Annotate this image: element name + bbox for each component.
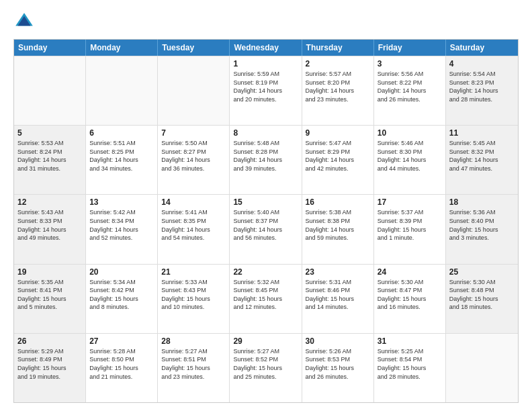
cell-info: Sunrise: 5:27 AM Sunset: 8:51 PM Dayligh…: [161, 347, 226, 381]
cell-info: Sunrise: 5:36 AM Sunset: 8:40 PM Dayligh…: [449, 208, 515, 242]
cell-info: Sunrise: 5:32 AM Sunset: 8:45 PM Dayligh…: [233, 278, 298, 312]
calendar-cell: 15Sunrise: 5:40 AM Sunset: 8:37 PM Dayli…: [230, 195, 302, 263]
day-number: 30: [306, 336, 370, 346]
cell-info: Sunrise: 5:30 AM Sunset: 8:47 PM Dayligh…: [378, 278, 442, 312]
day-number: 11: [449, 128, 515, 138]
header-day-sunday: Sunday: [14, 40, 86, 56]
header-day-saturday: Saturday: [446, 40, 518, 56]
cell-info: Sunrise: 5:43 AM Sunset: 8:33 PM Dayligh…: [17, 208, 82, 242]
calendar-cell: [86, 56, 158, 125]
calendar-row-3: 19Sunrise: 5:35 AM Sunset: 8:41 PM Dayli…: [14, 264, 518, 333]
cell-info: Sunrise: 5:54 AM Sunset: 8:23 PM Dayligh…: [449, 70, 515, 103]
day-number: 15: [233, 197, 298, 207]
day-number: 28: [161, 336, 226, 346]
calendar-cell: 8Sunrise: 5:48 AM Sunset: 8:28 PM Daylig…: [230, 126, 302, 194]
calendar-cell: 5Sunrise: 5:53 AM Sunset: 8:24 PM Daylig…: [14, 126, 86, 194]
header-day-monday: Monday: [86, 40, 158, 56]
calendar-cell: 16Sunrise: 5:38 AM Sunset: 8:38 PM Dayli…: [302, 195, 374, 263]
day-number: 7: [161, 128, 226, 138]
calendar-cell: 12Sunrise: 5:43 AM Sunset: 8:33 PM Dayli…: [14, 195, 86, 263]
day-number: 13: [89, 197, 154, 207]
cell-info: Sunrise: 5:31 AM Sunset: 8:46 PM Dayligh…: [306, 278, 370, 312]
day-number: 12: [17, 197, 82, 207]
calendar-cell: 20Sunrise: 5:34 AM Sunset: 8:42 PM Dayli…: [86, 265, 158, 333]
calendar-cell: 9Sunrise: 5:47 AM Sunset: 8:29 PM Daylig…: [302, 126, 374, 194]
logo-icon: [13, 11, 35, 32]
calendar-cell: 2Sunrise: 5:57 AM Sunset: 8:20 PM Daylig…: [302, 56, 374, 125]
calendar-cell: 29Sunrise: 5:27 AM Sunset: 8:52 PM Dayli…: [230, 334, 302, 402]
cell-info: Sunrise: 5:34 AM Sunset: 8:42 PM Dayligh…: [89, 278, 154, 312]
cell-info: Sunrise: 5:38 AM Sunset: 8:38 PM Dayligh…: [306, 208, 370, 242]
cell-info: Sunrise: 5:57 AM Sunset: 8:20 PM Dayligh…: [306, 70, 370, 103]
cell-info: Sunrise: 5:33 AM Sunset: 8:43 PM Dayligh…: [161, 278, 226, 312]
day-number: 1: [233, 59, 298, 68]
day-number: 19: [17, 267, 82, 277]
calendar-cell: 23Sunrise: 5:31 AM Sunset: 8:46 PM Dayli…: [302, 265, 374, 333]
day-number: 26: [17, 336, 82, 346]
cell-info: Sunrise: 5:28 AM Sunset: 8:50 PM Dayligh…: [89, 347, 154, 381]
cell-info: Sunrise: 5:35 AM Sunset: 8:41 PM Dayligh…: [17, 278, 82, 312]
calendar-row-2: 12Sunrise: 5:43 AM Sunset: 8:33 PM Dayli…: [14, 194, 518, 263]
day-number: 23: [306, 267, 370, 277]
calendar-cell: 22Sunrise: 5:32 AM Sunset: 8:45 PM Dayli…: [230, 265, 302, 333]
cell-info: Sunrise: 5:59 AM Sunset: 8:19 PM Dayligh…: [233, 70, 298, 103]
calendar-cell: 24Sunrise: 5:30 AM Sunset: 8:47 PM Dayli…: [374, 265, 446, 333]
header: [13, 11, 519, 32]
calendar-cell: [158, 56, 230, 125]
calendar-cell: 30Sunrise: 5:26 AM Sunset: 8:53 PM Dayli…: [302, 334, 374, 402]
day-number: 24: [378, 267, 442, 277]
calendar-cell: 17Sunrise: 5:37 AM Sunset: 8:39 PM Dayli…: [374, 195, 446, 263]
cell-info: Sunrise: 5:51 AM Sunset: 8:25 PM Dayligh…: [89, 139, 154, 173]
day-number: 31: [378, 336, 442, 346]
header-day-wednesday: Wednesday: [230, 40, 302, 56]
cell-info: Sunrise: 5:50 AM Sunset: 8:27 PM Dayligh…: [161, 139, 226, 173]
cell-info: Sunrise: 5:41 AM Sunset: 8:35 PM Dayligh…: [161, 208, 226, 242]
day-number: 16: [306, 197, 370, 207]
day-number: 8: [233, 128, 298, 138]
calendar-cell: 19Sunrise: 5:35 AM Sunset: 8:41 PM Dayli…: [14, 265, 86, 333]
cell-info: Sunrise: 5:48 AM Sunset: 8:28 PM Dayligh…: [233, 139, 298, 173]
cell-info: Sunrise: 5:40 AM Sunset: 8:37 PM Dayligh…: [233, 208, 298, 242]
calendar-row-0: 1Sunrise: 5:59 AM Sunset: 8:19 PM Daylig…: [14, 56, 518, 125]
day-number: 3: [378, 59, 442, 68]
header-day-tuesday: Tuesday: [158, 40, 230, 56]
day-number: 14: [161, 197, 226, 207]
calendar-cell: 7Sunrise: 5:50 AM Sunset: 8:27 PM Daylig…: [158, 126, 230, 194]
day-number: 21: [161, 267, 226, 277]
cell-info: Sunrise: 5:45 AM Sunset: 8:32 PM Dayligh…: [449, 139, 515, 173]
header-day-thursday: Thursday: [302, 40, 374, 56]
day-number: 22: [233, 267, 298, 277]
day-number: 6: [89, 128, 154, 138]
page: SundayMondayTuesdayWednesdayThursdayFrid…: [0, 0, 532, 411]
calendar-cell: 26Sunrise: 5:29 AM Sunset: 8:49 PM Dayli…: [14, 334, 86, 402]
logo: [13, 11, 38, 32]
calendar-cell: 21Sunrise: 5:33 AM Sunset: 8:43 PM Dayli…: [158, 265, 230, 333]
calendar-cell: [446, 334, 518, 402]
day-number: 25: [449, 267, 515, 277]
calendar-row-4: 26Sunrise: 5:29 AM Sunset: 8:49 PM Dayli…: [14, 333, 518, 402]
calendar-cell: 14Sunrise: 5:41 AM Sunset: 8:35 PM Dayli…: [158, 195, 230, 263]
day-number: 18: [449, 197, 515, 207]
header-day-friday: Friday: [374, 40, 446, 56]
calendar: SundayMondayTuesdayWednesdayThursdayFrid…: [13, 39, 519, 403]
cell-info: Sunrise: 5:27 AM Sunset: 8:52 PM Dayligh…: [233, 347, 298, 381]
day-number: 5: [17, 128, 82, 138]
cell-info: Sunrise: 5:47 AM Sunset: 8:29 PM Dayligh…: [306, 139, 370, 173]
day-number: 17: [378, 197, 442, 207]
calendar-cell: 27Sunrise: 5:28 AM Sunset: 8:50 PM Dayli…: [86, 334, 158, 402]
day-number: 27: [89, 336, 154, 346]
cell-info: Sunrise: 5:29 AM Sunset: 8:49 PM Dayligh…: [17, 347, 82, 381]
cell-info: Sunrise: 5:25 AM Sunset: 8:54 PM Dayligh…: [378, 347, 442, 381]
calendar-cell: 13Sunrise: 5:42 AM Sunset: 8:34 PM Dayli…: [86, 195, 158, 263]
day-number: 9: [306, 128, 370, 138]
cell-info: Sunrise: 5:56 AM Sunset: 8:22 PM Dayligh…: [378, 70, 442, 103]
cell-info: Sunrise: 5:42 AM Sunset: 8:34 PM Dayligh…: [89, 208, 154, 242]
day-number: 29: [233, 336, 298, 346]
calendar-cell: 1Sunrise: 5:59 AM Sunset: 8:19 PM Daylig…: [230, 56, 302, 125]
day-number: 2: [306, 59, 370, 68]
day-number: 20: [89, 267, 154, 277]
calendar-body: 1Sunrise: 5:59 AM Sunset: 8:19 PM Daylig…: [14, 56, 518, 402]
calendar-cell: 31Sunrise: 5:25 AM Sunset: 8:54 PM Dayli…: [374, 334, 446, 402]
day-number: 10: [378, 128, 442, 138]
cell-info: Sunrise: 5:37 AM Sunset: 8:39 PM Dayligh…: [378, 208, 442, 242]
